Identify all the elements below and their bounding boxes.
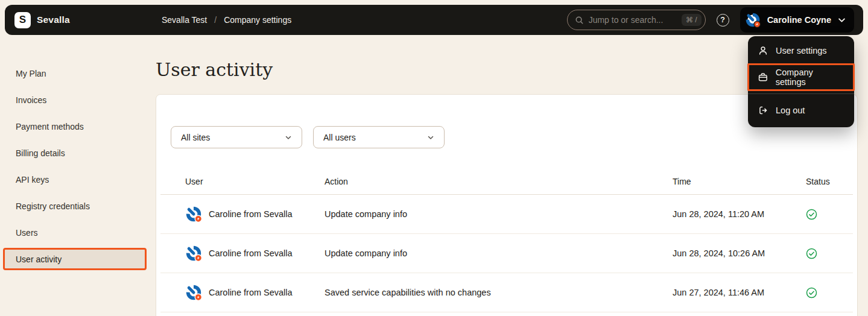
search-shortcut-badge: ⌘ /	[682, 14, 702, 26]
user-avatar	[185, 245, 202, 262]
sidebar-item-my-plan[interactable]: My Plan	[3, 62, 147, 84]
filters: All sites All users	[171, 126, 857, 148]
column-header-action: Action	[325, 177, 673, 186]
success-check-icon	[806, 248, 817, 259]
logo-letter: S	[19, 14, 26, 26]
logout-icon	[758, 105, 768, 116]
sidebar-item-user-activity[interactable]: User activity	[3, 248, 147, 270]
success-check-icon	[806, 209, 817, 220]
user-avatar	[745, 12, 761, 28]
top-navbar: S Sevalla Sevalla Test / Company setting…	[5, 5, 863, 35]
breadcrumb-current: Company settings	[224, 15, 291, 25]
user-cell: Caroline from Sevalla	[160, 206, 325, 223]
sevalla-logo-icon: S	[14, 12, 31, 28]
table-row: Caroline from Sevalla Update company inf…	[160, 234, 853, 273]
breadcrumb: Sevalla Test / Company settings	[162, 15, 291, 25]
sidebar-item-billing-details[interactable]: Billing details	[3, 142, 147, 164]
user-dropdown-menu: User settings Company settings Log out	[748, 36, 854, 127]
menu-item-company-settings[interactable]: Company settings	[748, 64, 854, 90]
time-cell: Jun 28, 2024, 11:20 AM	[673, 209, 805, 219]
sites-filter-select[interactable]: All sites	[171, 126, 302, 148]
help-button[interactable]: ?	[717, 14, 729, 27]
brand[interactable]: S Sevalla	[14, 12, 70, 28]
column-header-status: Status	[805, 177, 853, 186]
user-name: Caroline Coyne	[767, 15, 831, 25]
help-icon: ?	[720, 16, 725, 24]
table-header: User Action Time Status	[160, 169, 853, 195]
sidebar-item-users[interactable]: Users	[3, 221, 147, 244]
action-cell: Update company info	[325, 209, 673, 219]
user-cell: Caroline from Sevalla	[160, 245, 325, 262]
activity-table: User Action Time Status Caroline from Se…	[160, 169, 853, 312]
user-name: Caroline from Sevalla	[209, 209, 293, 219]
user-name: Caroline from Sevalla	[209, 288, 293, 297]
chevron-down-icon	[838, 16, 846, 24]
user-name: Caroline from Sevalla	[209, 248, 293, 258]
user-cell: Caroline from Sevalla	[160, 284, 325, 301]
user-avatar	[185, 206, 202, 223]
sidebar-item-api-keys[interactable]: API keys	[3, 168, 147, 191]
search-icon	[575, 16, 584, 25]
menu-divider	[748, 93, 854, 94]
chevron-down-icon	[285, 134, 292, 141]
status-cell	[805, 209, 853, 220]
time-cell: Jun 28, 2024, 10:26 AM	[673, 248, 805, 258]
menu-item-label: Company settings	[776, 68, 844, 87]
sidebar-item-invoices[interactable]: Invoices	[3, 89, 147, 111]
briefcase-icon	[758, 72, 768, 83]
sidebar-item-payment-methods[interactable]: Payment methods	[3, 115, 147, 137]
users-filter-value: All users	[323, 133, 356, 142]
action-cell: Update company info	[325, 248, 673, 258]
settings-sidebar: My Plan Invoices Payment methods Billing…	[3, 62, 147, 274]
menu-item-user-settings[interactable]: User settings	[748, 37, 854, 64]
success-check-icon	[806, 287, 817, 299]
brand-name: Sevalla	[37, 14, 70, 25]
menu-item-log-out[interactable]: Log out	[748, 97, 854, 124]
search-input[interactable]	[589, 15, 677, 25]
status-cell	[805, 287, 853, 299]
user-icon	[758, 45, 768, 56]
table-row: Caroline from Sevalla Saved service capa…	[160, 273, 853, 312]
sites-filter-value: All sites	[181, 133, 210, 142]
breadcrumb-parent[interactable]: Sevalla Test	[162, 15, 207, 25]
user-avatar	[185, 284, 202, 301]
topbar-actions: ⌘ / ? Caroline Coyne	[567, 7, 854, 33]
menu-item-label: Log out	[776, 106, 805, 115]
global-search[interactable]: ⌘ /	[567, 10, 706, 30]
table-row: Caroline from Sevalla Update company inf…	[160, 195, 853, 234]
users-filter-select[interactable]: All users	[313, 126, 445, 148]
action-cell: Saved service capabilities with no chang…	[325, 288, 673, 297]
column-header-user: User	[160, 177, 325, 186]
breadcrumb-separator: /	[214, 15, 217, 25]
menu-item-label: User settings	[776, 46, 827, 55]
status-cell	[805, 248, 853, 259]
user-activity-card: All sites All users User Action Time Sta…	[156, 94, 858, 316]
chevron-down-icon	[427, 134, 434, 141]
user-menu-trigger[interactable]: Caroline Coyne	[740, 7, 854, 33]
column-header-time: Time	[673, 177, 805, 186]
time-cell: Jun 27, 2024, 11:46 AM	[673, 288, 805, 297]
sidebar-item-registry-credentials[interactable]: Registry credentials	[3, 195, 147, 217]
page-title: User activity	[156, 58, 273, 81]
